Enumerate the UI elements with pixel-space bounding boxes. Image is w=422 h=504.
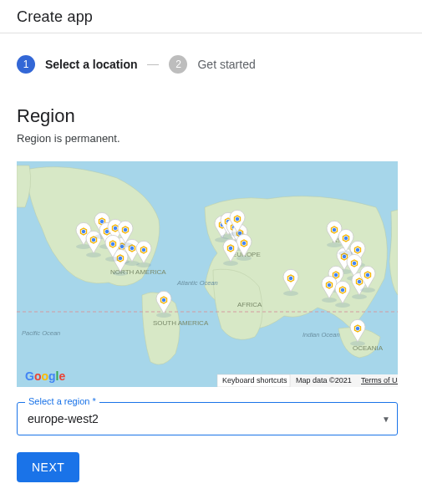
- label-africa: AFRICA: [237, 301, 262, 308]
- map-provider-logo: Google: [25, 369, 65, 383]
- label-indian-ocean: Indian Ocean: [303, 331, 340, 339]
- required-star: *: [92, 396, 95, 406]
- region-map[interactable]: NORTH AMERICA SOUTH AMERICA EUROPE AFRIC…: [17, 161, 398, 387]
- region-select-field: Select a region * europe-west2 ▼: [17, 402, 398, 435]
- content: 1 Select a location 2 Get started Region…: [0, 33, 422, 499]
- page-title: Create app: [17, 8, 405, 26]
- map-terms-link[interactable]: Terms of Use: [361, 376, 398, 384]
- region-select-value: europe-west2: [28, 412, 99, 425]
- map-copyright: Map data ©2021: [296, 376, 352, 384]
- stepper-connector: [147, 64, 159, 65]
- stepper: 1 Select a location 2 Get started: [17, 55, 405, 74]
- region-title: Region: [17, 105, 405, 127]
- step-label-1: Select a location: [45, 58, 137, 71]
- label-atlantic-ocean: Atlantic Ocean: [176, 279, 218, 287]
- region-select[interactable]: europe-west2 ▼: [17, 402, 398, 435]
- step-badge-2: 2: [169, 55, 187, 74]
- next-button[interactable]: NEXT: [17, 452, 79, 482]
- map-keyboard-shortcuts[interactable]: Keyboard shortcuts: [222, 376, 287, 384]
- label-pacific-ocean: Pacific Ocean: [22, 329, 60, 337]
- header: Create app: [0, 0, 422, 33]
- world-map-svg: NORTH AMERICA SOUTH AMERICA EUROPE AFRIC…: [17, 161, 398, 387]
- chevron-down-icon: ▼: [382, 415, 390, 424]
- step-badge-1: 1: [17, 55, 35, 74]
- region-permanent-text: Region is permanent.: [17, 132, 405, 145]
- step-label-2: Get started: [197, 58, 255, 71]
- label-south-america: SOUTH AMERICA: [153, 319, 209, 327]
- region-select-label: Select a region *: [25, 396, 99, 406]
